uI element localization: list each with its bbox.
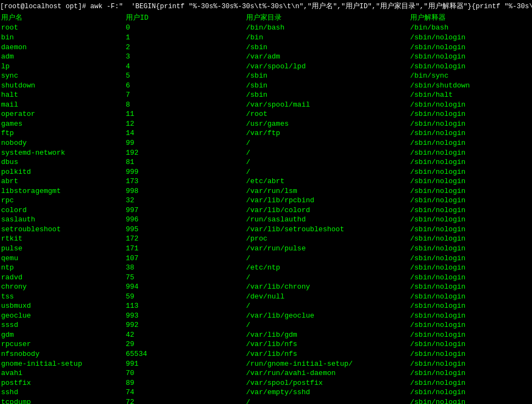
- table-row: mail8/var/spool/mail/sbin/nologin: [0, 100, 532, 110]
- table-row: operator11/root/sbin/nologin: [0, 109, 532, 119]
- table-row: avahi70/var/run/avahi-daemon/sbin/nologi…: [0, 368, 532, 378]
- table-row: ntp38/etc/ntp/sbin/nologin: [0, 263, 532, 273]
- terminal: [root@localhost opt]# awk -F:" 'BEGIN{pr…: [0, 0, 532, 404]
- header-shell: 用户解释器: [410, 13, 531, 23]
- table-row: sssd992//sbin/nologin: [0, 320, 532, 330]
- header-uid: 用户ID: [126, 13, 246, 23]
- table-row: games12/usr/games/sbin/nologin: [0, 119, 532, 129]
- command-line: [root@localhost opt]# awk -F:" 'BEGIN{pr…: [0, 1, 532, 13]
- table-body: root0/bin/bash/bin/bashbin1/bin/sbin/nol…: [0, 23, 532, 404]
- table-row: usbmuxd113//sbin/nologin: [0, 301, 532, 311]
- table-row: rpcuser29/var/lib/nfs/sbin/nologin: [0, 339, 532, 349]
- table-row: nfsnobody65534/var/lib/nfs/sbin/nologin: [0, 349, 532, 359]
- table-row: tcpdump72//sbin/nologin: [0, 397, 532, 404]
- table-row: saslauth996/run/saslauthd/sbin/nologin: [0, 215, 532, 225]
- table-row: root0/bin/bash/bin/bash: [0, 23, 532, 33]
- table-row: daemon2/sbin/sbin/nologin: [0, 43, 532, 52]
- table-row: radvd75//sbin/nologin: [0, 273, 532, 283]
- table-row: systemd-network192//sbin/nologin: [0, 148, 532, 158]
- table-header: 用户名 用户ID 用户家目录 用户解释器: [0, 13, 532, 24]
- table-row: halt7/sbin/sbin/halt: [0, 90, 532, 100]
- table-row: libstoragemgmt998/var/run/lsm/sbin/nolog…: [0, 186, 532, 196]
- table-row: lp4/var/spool/lpd/sbin/nologin: [0, 62, 532, 72]
- table-row: tss59/dev/null/sbin/nologin: [0, 292, 532, 302]
- table-row: geoclue993/var/lib/geoclue/sbin/nologin: [0, 311, 532, 321]
- table-row: gnome-initial-setup991/run/gnome-initial…: [0, 359, 532, 369]
- table-row: chrony994/var/lib/chrony/sbin/nologin: [0, 282, 532, 292]
- table-row: rtkit172/proc/sbin/nologin: [0, 234, 532, 244]
- table-row: polkitd999//sbin/nologin: [0, 167, 532, 177]
- table-row: pulse171/var/run/pulse/sbin/nologin: [0, 244, 532, 254]
- table-row: qemu107//sbin/nologin: [0, 254, 532, 264]
- table-row: ftp14/var/ftp/sbin/nologin: [0, 128, 532, 138]
- table-row: rpc32/var/lib/rpcbind/sbin/nologin: [0, 196, 532, 206]
- table-row: postfix89/var/spool/postfix/sbin/nologin: [0, 378, 532, 388]
- table-row: bin1/bin/sbin/nologin: [0, 33, 532, 43]
- table-row: setroubleshoot995/var/lib/setroubleshoot…: [0, 225, 532, 235]
- table-row: gdm42/var/lib/gdm/sbin/nologin: [0, 330, 532, 340]
- table-row: sshd74/var/empty/sshd/sbin/nologin: [0, 388, 532, 397]
- table-row: colord997/var/lib/colord/sbin/nologin: [0, 206, 532, 215]
- header-username: 用户名: [0, 13, 126, 23]
- table: 用户名 用户ID 用户家目录 用户解释器 root0/bin/bash/bin/…: [0, 13, 532, 404]
- header-home: 用户家目录: [246, 13, 410, 23]
- table-row: shutdown6/sbin/sbin/shutdown: [0, 81, 532, 91]
- table-row: abrt173/etc/abrt/sbin/nologin: [0, 177, 532, 186]
- table-row: dbus81//sbin/nologin: [0, 157, 532, 167]
- table-row: nobody99//sbin/nologin: [0, 138, 532, 148]
- table-row: adm3/var/adm/sbin/nologin: [0, 52, 532, 62]
- table-row: sync5/sbin/bin/sync: [0, 71, 532, 81]
